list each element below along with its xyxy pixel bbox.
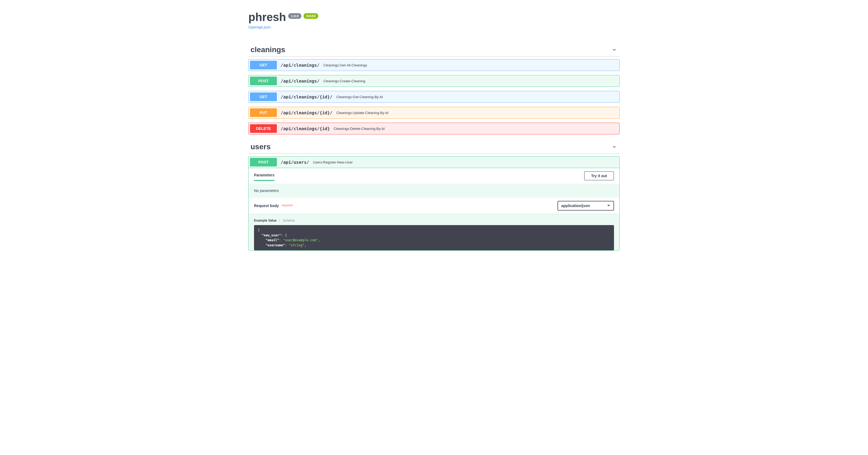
parameters-tab[interactable]: Parameters	[254, 171, 274, 181]
op-put-cleaning-by-id: PUT /api/cleanings/{id}/ Cleanings:Updat…	[248, 107, 620, 119]
tab-separator: |	[279, 219, 280, 222]
op-summary[interactable]: GET /api/cleanings/{id}/ Cleanings:Get-C…	[249, 91, 619, 102]
op-summary[interactable]: PUT /api/cleanings/{id}/ Cleanings:Updat…	[249, 107, 619, 118]
api-title: phresh	[248, 11, 286, 24]
schema-tab[interactable]: Schema	[283, 219, 294, 222]
request-body-label: Request body	[254, 203, 279, 208]
op-summary[interactable]: DELETE /api/cleanings/{id} Cleanings:Del…	[249, 123, 619, 134]
op-post-users-register: POST /api/users/ Users:Register-New-User…	[248, 156, 620, 251]
op-path: /api/cleanings/{id}/	[277, 94, 336, 99]
op-summary-text: Cleanings:Delete-Cleaning-By-Id	[334, 127, 384, 131]
parameters-bar: Parameters Try it out	[249, 168, 619, 184]
tag-name: users	[248, 142, 271, 151]
example-code-block[interactable]: { "new_user": { "email": "user@example.c…	[254, 225, 614, 250]
version-badge: 1.0.0	[288, 13, 301, 19]
required-label: required	[280, 203, 292, 207]
tag-header-users[interactable]: users	[248, 140, 620, 154]
op-summary-text: Cleanings:Create-Cleaning	[323, 79, 365, 83]
op-path: /api/cleanings/	[277, 78, 323, 84]
operations-users: POST /api/users/ Users:Register-New-User…	[248, 154, 620, 251]
op-summary-text: Cleanings:Get-Cleaning-By-Id	[336, 95, 383, 99]
example-area: Example Value | Schema { "new_user": { "…	[249, 214, 619, 250]
api-header: phresh 1.0.0 OAS3	[248, 11, 620, 24]
request-body-label-wrap: Request body required	[254, 203, 292, 208]
op-delete-cleaning-by-id: DELETE /api/cleanings/{id} Cleanings:Del…	[248, 123, 620, 134]
op-body: Parameters Try it out No parameters Requ…	[249, 168, 619, 250]
tag-section-users: users POST /api/users/ Users:Register-Ne…	[248, 140, 620, 251]
op-get-cleaning-by-id: GET /api/cleanings/{id}/ Cleanings:Get-C…	[248, 91, 620, 103]
op-post-cleanings: POST /api/cleanings/ Cleanings:Create-Cl…	[248, 75, 620, 87]
method-badge: POST	[250, 158, 277, 166]
op-path: /api/cleanings/{id}/	[277, 110, 336, 116]
op-path: /api/users/	[277, 160, 313, 165]
tag-name: cleanings	[248, 45, 285, 54]
example-tabs: Example Value | Schema	[254, 219, 614, 222]
try-it-out-button[interactable]: Try it out	[584, 171, 614, 181]
operations-cleanings: GET /api/cleanings/ Cleanings:Get-All-Cl…	[248, 57, 620, 134]
no-parameters-text: No parameters	[249, 184, 619, 198]
example-value-tab[interactable]: Example Value	[254, 219, 277, 222]
chevron-down-icon	[612, 47, 617, 53]
swagger-container: phresh 1.0.0 OAS3 /openapi.json cleaning…	[243, 11, 625, 251]
request-body-bar: Request body required application/json	[249, 198, 619, 214]
method-badge: DELETE	[250, 124, 277, 133]
method-badge: POST	[250, 77, 277, 85]
content-type-select[interactable]: application/json	[558, 201, 614, 210]
oas-badge: OAS3	[304, 13, 318, 19]
op-summary[interactable]: GET /api/cleanings/ Cleanings:Get-All-Cl…	[249, 59, 619, 71]
op-summary[interactable]: POST /api/cleanings/ Cleanings:Create-Cl…	[249, 75, 619, 87]
tag-header-cleanings[interactable]: cleanings	[248, 43, 620, 57]
op-path: /api/cleanings/	[277, 63, 323, 68]
op-get-cleanings: GET /api/cleanings/ Cleanings:Get-All-Cl…	[248, 59, 620, 71]
op-summary-text: Cleanings:Get-All-Cleanings	[323, 63, 367, 67]
method-badge: GET	[250, 93, 277, 101]
op-summary[interactable]: POST /api/users/ Users:Register-New-User	[249, 157, 619, 168]
chevron-down-icon	[612, 144, 617, 150]
method-badge: GET	[250, 61, 277, 69]
op-path: /api/cleanings/{id}	[277, 126, 334, 131]
method-badge: PUT	[250, 108, 277, 117]
tag-section-cleanings: cleanings GET /api/cleanings/ Cleanings:…	[248, 43, 620, 134]
spec-link[interactable]: /openapi.json	[248, 25, 271, 29]
op-summary-text: Cleanings:Update-Cleaning-By-Id	[336, 111, 389, 115]
op-summary-text: Users:Register-New-User	[313, 160, 353, 164]
